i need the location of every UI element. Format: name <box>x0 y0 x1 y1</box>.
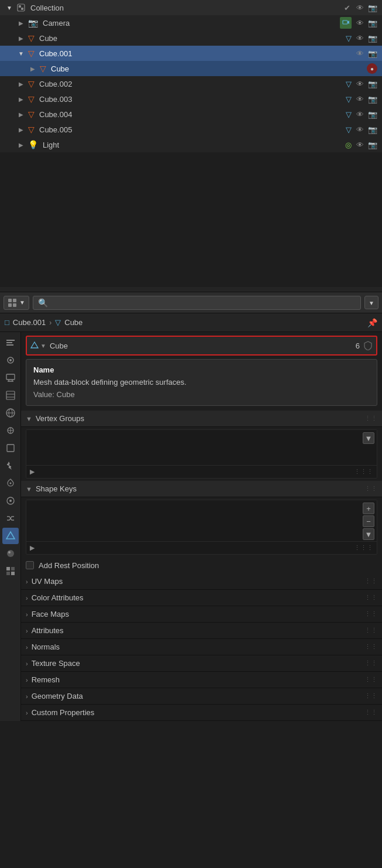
section-custom-properties[interactable]: › Custom Properties ⋮⋮ <box>21 705 382 721</box>
light-data-icon: ◎ <box>345 141 352 149</box>
vertex-groups-drag: ⋮⋮ <box>364 415 377 422</box>
cube003-expand[interactable]: ▶ <box>16 94 26 104</box>
vertex-groups-list-expand[interactable]: ▶ <box>30 468 35 476</box>
mesh-name-input[interactable] <box>50 341 352 350</box>
sidebar-icon-material[interactable] <box>2 545 19 562</box>
cube004-cam-icon[interactable]: 📷 <box>368 110 377 119</box>
light-expand[interactable]: ▶ <box>16 140 26 149</box>
sidebar-icon-physics[interactable] <box>2 493 19 509</box>
camera-eye-icon[interactable]: 👁 <box>355 18 364 28</box>
tree-row-cube002[interactable]: ▶ ▽ Cube.002 ▽ 👁 📷 <box>0 76 382 91</box>
mesh-type-select[interactable]: ▼ <box>30 341 46 350</box>
cube004-icon: ▽ <box>28 110 35 119</box>
add-rest-position-checkbox[interactable] <box>26 561 34 569</box>
cube003-eye-icon[interactable]: 👁 <box>355 94 364 104</box>
section-face-maps[interactable]: › Face Maps ⋮⋮ <box>21 606 382 623</box>
sidebar-icon-data[interactable] <box>2 528 19 544</box>
svg-rect-25 <box>6 572 10 575</box>
cube002-eye-icon[interactable]: 👁 <box>355 79 364 88</box>
sidebar-icon-render[interactable] <box>2 352 19 368</box>
custom-properties-chevron: › <box>26 709 28 716</box>
svg-rect-24 <box>11 567 15 570</box>
cube002-expand[interactable]: ▶ <box>16 79 26 88</box>
tree-row-camera[interactable]: ▶ 📷 Camera 👁 📷 <box>0 15 382 30</box>
sidebar-icon-viewlayer[interactable] <box>2 387 19 404</box>
collection-camera-icon[interactable]: 📷 <box>368 3 377 12</box>
sidebar-icon-object[interactable] <box>2 440 19 456</box>
shape-keys-add[interactable]: + <box>363 503 374 514</box>
cube-child-expand[interactable]: ▶ <box>28 64 37 73</box>
tree-row-cube-child[interactable]: ▶ ▽ Cube ● <box>0 61 382 76</box>
sidebar-icon-shading[interactable] <box>2 563 19 579</box>
section-color-attributes[interactable]: › Color Attributes ⋮⋮ <box>21 590 382 606</box>
collection-actions: ✔ 👁 📷 <box>342 3 377 12</box>
cube005-data-icon: ▽ <box>346 125 352 134</box>
sidebar-icon-particles[interactable] <box>2 475 19 491</box>
section-uv-maps[interactable]: › UV Maps ⋮⋮ <box>21 573 382 590</box>
sidebar-icon-output[interactable] <box>2 370 19 386</box>
shape-keys-chevron: ▼ <box>26 486 32 493</box>
props-search-bar[interactable]: 🔍 <box>33 296 361 310</box>
collection-expand-arrow[interactable]: ▼ <box>5 3 14 12</box>
section-attributes[interactable]: › Attributes ⋮⋮ <box>21 623 382 639</box>
cube005-eye-icon[interactable]: 👁 <box>355 125 364 134</box>
cube005-cam-icon[interactable]: 📷 <box>368 125 377 134</box>
section-geometry-data[interactable]: › Geometry Data ⋮⋮ <box>21 688 382 705</box>
tree-row-light[interactable]: ▶ 💡 Light ◎ 👁 📷 <box>0 137 382 152</box>
section-vertex-groups[interactable]: ▼ Vertex Groups ⋮⋮ <box>21 411 382 427</box>
breadcrumb-child-label[interactable]: Cube <box>64 318 82 327</box>
section-shape-keys[interactable]: ▼ Shape Keys ⋮⋮ <box>21 481 382 497</box>
camera-cam-icon[interactable]: 📷 <box>368 18 377 28</box>
outliner-header-row[interactable]: ▼ Collection ✔ 👁 📷 <box>0 0 382 15</box>
props-type-dropdown[interactable]: ▼ <box>4 296 29 310</box>
cube005-expand[interactable]: ▶ <box>16 125 26 134</box>
shape-keys-list-expand[interactable]: ▶ <box>30 544 35 552</box>
svg-rect-11 <box>6 374 15 380</box>
tree-row-cube001[interactable]: ▼ ▽ Cube.001 👁 📷 <box>0 46 382 61</box>
props-filter-dropdown[interactable]: ▼ <box>364 296 378 309</box>
vertex-groups-move-up[interactable]: ▼ <box>363 432 374 444</box>
cube-expand[interactable]: ▶ <box>16 33 26 43</box>
cube004-eye-icon[interactable]: 👁 <box>355 110 364 119</box>
tree-row-cube004[interactable]: ▶ ▽ Cube.004 ▽ 👁 📷 <box>0 107 382 122</box>
sidebar-icon-scene[interactable] <box>2 334 19 351</box>
cube004-expand[interactable]: ▶ <box>16 110 26 119</box>
section-texture-space[interactable]: › Texture Space ⋮⋮ <box>21 655 382 672</box>
custom-properties-drag: ⋮⋮ <box>364 709 377 716</box>
sidebar-icon-world[interactable] <box>2 422 19 439</box>
pin-icon[interactable]: 📌 <box>367 318 377 327</box>
collection-check-icon[interactable]: ✔ <box>342 3 352 12</box>
shape-keys-remove[interactable]: − <box>363 515 374 527</box>
sidebar-icon-scene-props[interactable] <box>2 405 19 421</box>
shape-keys-move[interactable]: ▼ <box>363 528 374 540</box>
outliner-panel: ▼ Collection ✔ 👁 📷 ▶ 📷 Camera <box>0 0 382 292</box>
cube002-cam-icon[interactable]: 📷 <box>368 79 377 88</box>
properties-toolbar: ▼ 🔍 ▼ <box>0 292 382 313</box>
tooltip-value-label: Value: <box>33 390 54 399</box>
texture-space-chevron: › <box>26 660 28 667</box>
light-cam-icon[interactable]: 📷 <box>368 140 377 149</box>
tree-row-cube005[interactable]: ▶ ▽ Cube.005 ▽ 👁 📷 <box>0 122 382 137</box>
sidebar-icon-modifier[interactable] <box>2 457 19 474</box>
cube001-expand[interactable]: ▼ <box>16 49 26 58</box>
tree-row-cube[interactable]: ▶ ▽ Cube ▽ 👁 📷 <box>0 30 382 46</box>
cube001-eye-icon[interactable]: 👁 <box>355 49 364 58</box>
camera-expand[interactable]: ▶ <box>16 18 26 28</box>
cube-eye-icon[interactable]: 👁 <box>355 33 364 43</box>
breadcrumb-parent-icon: □ <box>5 318 9 327</box>
add-rest-position-label: Add Rest Position <box>39 561 99 570</box>
svg-rect-1 <box>19 5 21 8</box>
light-label: Light <box>43 141 345 149</box>
sidebar-icon-constraints[interactable] <box>2 510 19 527</box>
section-remesh[interactable]: › Remesh ⋮⋮ <box>21 672 382 688</box>
tree-row-cube003[interactable]: ▶ ▽ Cube.003 ▽ 👁 📷 <box>0 91 382 107</box>
breadcrumb-parent-label[interactable]: Cube.001 <box>13 318 46 327</box>
light-eye-icon[interactable]: 👁 <box>355 140 364 149</box>
add-rest-position-row[interactable]: Add Rest Position <box>21 557 382 573</box>
cube003-data-icon: ▽ <box>346 95 352 104</box>
cube001-cam-icon[interactable]: 📷 <box>368 49 377 58</box>
cube003-cam-icon[interactable]: 📷 <box>368 94 377 104</box>
section-normals[interactable]: › Normals ⋮⋮ <box>21 639 382 655</box>
cube-cam-icon[interactable]: 📷 <box>368 33 377 43</box>
collection-eye-icon[interactable]: 👁 <box>355 3 364 12</box>
